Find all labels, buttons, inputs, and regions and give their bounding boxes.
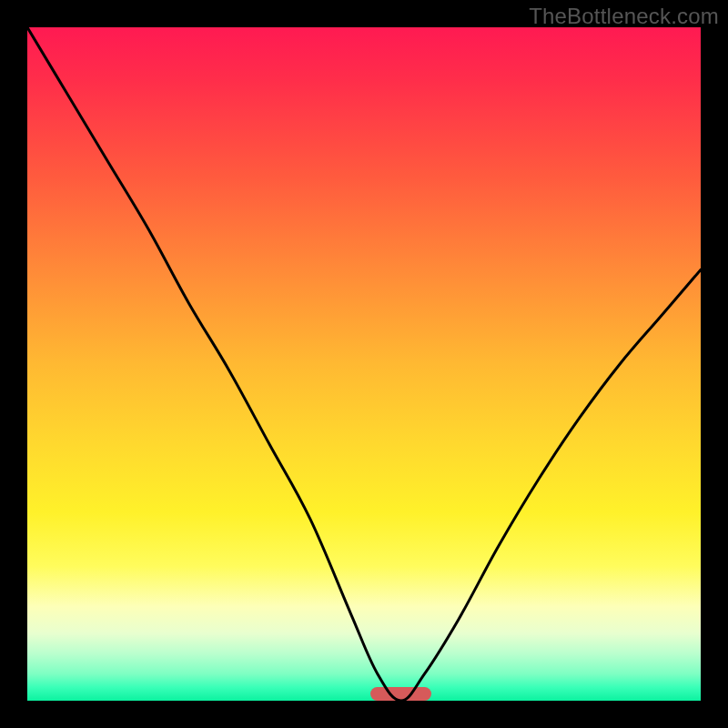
chart-frame: TheBottleneck.com [0, 0, 728, 728]
bottleneck-curve-svg [27, 27, 701, 701]
bottleneck-curve-path [27, 27, 701, 701]
watermark-text: TheBottleneck.com [529, 4, 719, 29]
plot-area [27, 27, 701, 701]
